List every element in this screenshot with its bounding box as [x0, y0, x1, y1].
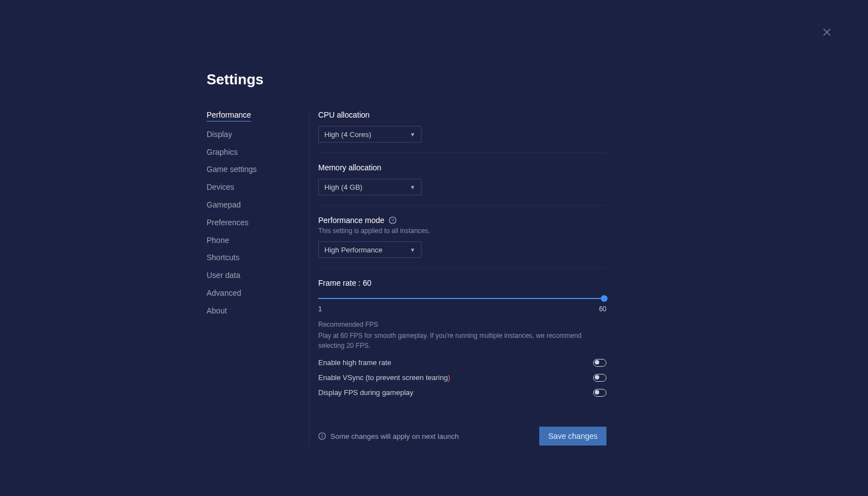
close-icon — [822, 28, 831, 37]
enable-high-frame-rate-toggle[interactable] — [593, 359, 606, 367]
page-title: Settings — [207, 71, 606, 88]
enable-high-frame-rate-label: Enable high frame rate — [318, 358, 392, 367]
info-icon — [318, 432, 326, 440]
slider-track — [318, 298, 606, 299]
svg-text:?: ? — [392, 218, 394, 223]
cpu-allocation-select[interactable]: High (4 Cores) ▼ — [318, 126, 422, 143]
performance-mode-help-icon[interactable]: ? — [389, 216, 397, 224]
sidebar-item-phone[interactable]: Phone — [207, 236, 298, 245]
performance-mode-select[interactable]: High Performance ▼ — [318, 241, 422, 258]
cpu-allocation-value: High (4 Cores) — [324, 130, 372, 139]
footer-note: Some changes will apply on next launch — [330, 432, 459, 441]
memory-allocation-value: High (4 GB) — [324, 183, 363, 191]
enable-vsync-label: Enable VSync (to prevent screen tearing) — [318, 373, 450, 382]
sidebar-item-preferences[interactable]: Preferences — [207, 218, 298, 227]
svg-rect-4 — [322, 436, 322, 438]
slider-thumb[interactable] — [601, 295, 608, 302]
enable-vsync-toggle[interactable] — [593, 374, 606, 382]
cpu-allocation-label: CPU allocation — [318, 110, 606, 119]
performance-mode-value: High Performance — [324, 246, 383, 254]
chevron-down-icon: ▼ — [410, 247, 415, 253]
memory-allocation-select[interactable]: High (4 GB) ▼ — [318, 179, 422, 195]
sidebar-item-about[interactable]: About — [207, 306, 298, 316]
performance-mode-label: Performance mode — [318, 216, 384, 225]
frame-rate-min: 1 — [318, 305, 322, 313]
chevron-down-icon: ▼ — [410, 184, 415, 190]
save-changes-button[interactable]: Save changes — [539, 427, 606, 446]
svg-point-3 — [322, 434, 323, 435]
sidebar-item-gamepad[interactable]: Gamepad — [207, 200, 298, 210]
frame-rate-max: 60 — [599, 305, 606, 313]
display-fps-toggle[interactable] — [593, 389, 606, 397]
sidebar-item-graphics[interactable]: Graphics — [207, 148, 298, 157]
sidebar-item-game-settings[interactable]: Game settings — [207, 165, 298, 174]
performance-mode-sub: This setting is applied to all instances… — [318, 227, 606, 235]
sidebar-item-devices[interactable]: Devices — [207, 183, 298, 192]
sidebar-item-performance[interactable]: Performance — [207, 110, 251, 122]
sidebar-item-user-data[interactable]: User data — [207, 271, 298, 280]
sidebar-item-advanced[interactable]: Advanced — [207, 289, 298, 298]
recommended-fps-title: Recommended FPS — [318, 321, 606, 328]
settings-sidebar: Performance Display Graphics Game settin… — [207, 110, 309, 446]
help-icon: ? — [389, 216, 397, 224]
close-button[interactable] — [822, 28, 836, 41]
display-fps-label: Display FPS during gameplay — [318, 388, 413, 397]
sidebar-item-shortcuts[interactable]: Shortcuts — [207, 253, 298, 262]
frame-rate-slider[interactable] — [318, 294, 606, 303]
memory-allocation-label: Memory allocation — [318, 163, 606, 172]
sidebar-item-display[interactable]: Display — [207, 130, 298, 139]
recommended-fps-body: Play at 60 FPS for smooth gameplay. If y… — [318, 331, 606, 351]
chevron-down-icon: ▼ — [410, 131, 415, 138]
frame-rate-label: Frame rate : 60 — [318, 279, 606, 287]
